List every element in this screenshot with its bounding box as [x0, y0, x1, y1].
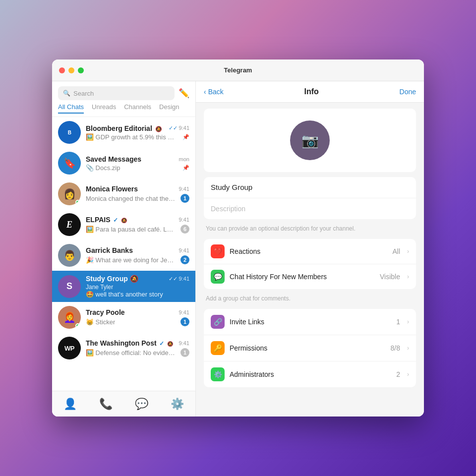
group-avatar[interactable]: 📷 [290, 120, 330, 160]
camera-icon: 📷 [301, 132, 319, 149]
chat-item-monica[interactable]: 👩 Monica Flowers 9:41 Monica changed the… [52, 178, 195, 209]
chat-info-garrick: Garrick Banks 9:41 🎉 What are we doing f… [86, 246, 189, 264]
reactions-label: Reactions [230, 247, 387, 255]
avatar-studygroup: S [58, 275, 81, 298]
chat-item-tracy[interactable]: 👩‍🦰 Tracy Poole 9:41 😸 Sticker 1 [52, 302, 195, 333]
permissions-chevron: › [407, 345, 409, 352]
done-button[interactable]: Done [400, 88, 416, 96]
administrators-icon: ⚙️ [211, 367, 225, 381]
chat-item-garrick[interactable]: 👨 Garrick Banks 9:41 🎉 What are we doing… [52, 240, 195, 271]
badge-garrick: 2 [180, 255, 189, 264]
tab-all-chats[interactable]: All Chats [58, 103, 84, 114]
administrators-row[interactable]: ⚙️ Administrators 2 › [204, 361, 416, 387]
chat-time-bloomberg: ✓✓ 9:41 [169, 125, 189, 131]
chat-preview-tracy: 😸 Sticker [86, 318, 115, 326]
group-description: Description [211, 205, 245, 213]
chat-info-elpais: ELPAIS ✓ 🔕 9:41 🖼️ Para la pausa del caf… [86, 216, 189, 234]
reactions-icon: ❤️ [211, 244, 225, 258]
chat-name-monica: Monica Flowers [86, 185, 138, 193]
chat-time-elpais: 9:41 [179, 217, 189, 223]
chat-item-bloomberg[interactable]: B Bloomberg Editorial 🔕 ✓✓ 9:41 🖼️ GDP g… [52, 117, 195, 148]
permissions-row[interactable]: 🔑 Permissions 8/8 › [204, 335, 416, 361]
avatar-tracy: 👩‍🦰 [58, 306, 81, 329]
permissions-label: Permissions [230, 344, 386, 352]
online-dot-monica [75, 200, 80, 205]
nav-settings-icon[interactable]: ⚙️ [171, 398, 184, 411]
manage-card: 🔗 Invite Links 1 › 🔑 Permissions 8/8 › [204, 309, 416, 387]
app-window: Telegram 🔍 Search ✏️ All Chats Unreads C… [52, 60, 424, 416]
badge-elpais: 6 [180, 225, 189, 234]
tab-design[interactable]: Design [159, 103, 179, 114]
chat-item-washpost[interactable]: WP The Washington Post ✓ 🔕 9:41 🖼️ Defen… [52, 333, 195, 363]
titlebar: Telegram [52, 60, 424, 81]
online-dot-tracy [75, 323, 80, 328]
chat-item-studygroup[interactable]: S Study Group 🔕 ✓✓ 9:41 Jane Tyler 🤩 wel… [52, 271, 195, 302]
group-avatar-section: 📷 [204, 109, 416, 172]
group-description-row[interactable]: Description [204, 198, 416, 219]
invite-links-label: Invite Links [230, 318, 391, 326]
chat-item-saved[interactable]: 🔖 Saved Messages mon 📎 Docs.zip 📌 [52, 148, 195, 178]
pin-icon-bloomberg: 📌 [182, 134, 189, 140]
chat-sender-studygroup: Jane Tyler [86, 284, 163, 291]
chat-name-saved: Saved Messages [86, 155, 141, 163]
invite-links-icon: 🔗 [211, 315, 225, 329]
tab-channels[interactable]: Channels [124, 103, 151, 114]
permissions-value: 8/8 [391, 344, 400, 352]
chevron-left-icon: ‹ [204, 88, 206, 96]
invite-links-value: 1 [396, 318, 400, 326]
pin-icon-saved: 📌 [182, 165, 189, 171]
reactions-value: All [392, 247, 400, 255]
close-button[interactable] [59, 67, 65, 73]
chat-preview-washpost: 🖼️ Defense official: No evidence Russia … [86, 349, 175, 357]
administrators-label: Administrators [230, 370, 391, 378]
search-bar[interactable]: 🔍 Search [58, 86, 175, 100]
chat-name-elpais: ELPAIS ✓ 🔕 [86, 216, 127, 224]
chat-time-saved: mon [179, 156, 189, 162]
nav-calls-icon[interactable]: 📞 [99, 398, 113, 411]
detail-title: Info [304, 87, 319, 96]
main-content: 🔍 Search ✏️ All Chats Unreads Channels D… [52, 81, 424, 416]
chat-time-studygroup: ✓✓ 9:41 [169, 276, 189, 282]
avatar-monica: 👩 [58, 182, 81, 205]
badge-tracy: 1 [180, 317, 189, 326]
chat-preview-garrick: 🎉 What are we doing for Jen's birthday o… [86, 256, 175, 264]
chat-history-row[interactable]: 💬 Chat History For New Members Visible › [204, 264, 416, 289]
tab-unreads[interactable]: Unreads [92, 103, 116, 114]
sidebar-header: 🔍 Search ✏️ [52, 81, 195, 103]
nav-chats-icon[interactable]: 💬 [135, 398, 148, 411]
chat-name-tracy: Tracy Poole [86, 308, 125, 316]
tabs-row: All Chats Unreads Channels Design [52, 103, 195, 117]
chat-history-value: Visible [380, 273, 400, 281]
bottom-nav: 👤 📞 💬 ⚙️ [52, 391, 195, 416]
chat-time-garrick: 9:41 [179, 247, 189, 253]
chat-time-washpost: 9:41 [179, 340, 189, 346]
maximize-button[interactable] [78, 67, 84, 73]
invite-links-chevron: › [407, 318, 409, 325]
avatar-saved: 🔖 [58, 152, 81, 175]
reactions-chevron: › [407, 248, 409, 255]
chat-history-chevron: › [407, 273, 409, 280]
reactions-row[interactable]: ❤️ Reactions All › [204, 239, 416, 264]
chat-info-saved: Saved Messages mon 📎 Docs.zip 📌 [86, 155, 189, 172]
back-button[interactable]: ‹ Back [204, 88, 224, 96]
search-icon: 🔍 [63, 90, 70, 97]
group-info-card: Study Group Description [204, 177, 416, 219]
traffic-lights [59, 67, 84, 73]
minimize-button[interactable] [68, 67, 74, 73]
invite-links-row[interactable]: 🔗 Invite Links 1 › [204, 309, 416, 335]
nav-contacts-icon[interactable]: 👤 [63, 398, 77, 411]
description-hint: You can provide an optional description … [204, 224, 416, 234]
chat-name-garrick: Garrick Banks [86, 246, 133, 254]
chat-name-bloomberg: Bloomberg Editorial 🔕 [86, 124, 162, 132]
chat-item-elpais[interactable]: E ELPAIS ✓ 🔕 9:41 🖼️ Para la pausa del c… [52, 209, 195, 240]
detail-header: ‹ Back Info Done [196, 81, 424, 103]
search-placeholder: Search [73, 90, 94, 97]
chat-preview-bloomberg: 🖼️ GDP growth at 5.9% this year [86, 133, 175, 141]
detail-body: 📷 Study Group Description You can provid… [196, 103, 424, 393]
chat-info-studygroup: Study Group 🔕 ✓✓ 9:41 Jane Tyler 🤩 well … [86, 275, 189, 298]
badge-monica: 1 [180, 194, 189, 203]
detail-panel: ‹ Back Info Done 📷 Study Group [196, 81, 424, 416]
chat-preview-saved: 📎 Docs.zip [86, 164, 120, 172]
chat-preview-studygroup: 🤩 well that's another story [86, 291, 163, 298]
compose-button[interactable]: ✏️ [178, 88, 189, 99]
